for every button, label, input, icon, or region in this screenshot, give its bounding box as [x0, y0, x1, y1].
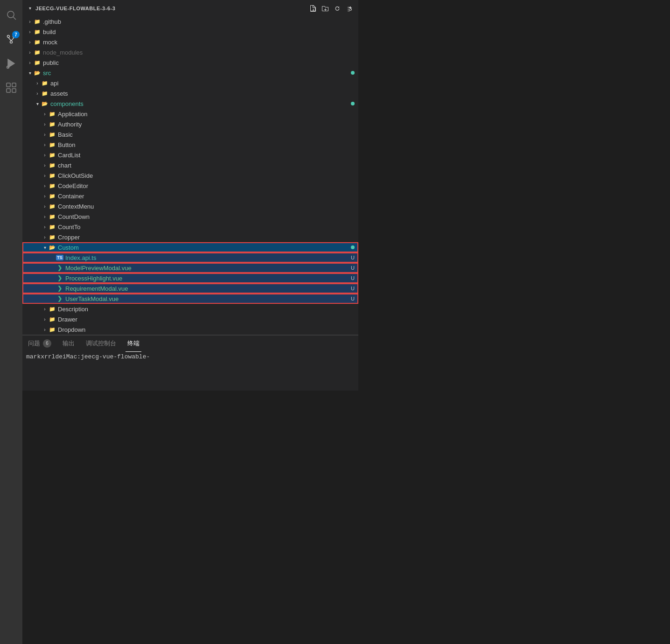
- tree-label-ClickOutSide: ClickOutSide: [58, 172, 355, 179]
- folder-icon-CodeEditor: 📁: [49, 182, 56, 189]
- tree-item-Application[interactable]: › 📁 Application: [22, 109, 358, 119]
- tree-item-Authority[interactable]: › 📁 Authority: [22, 119, 358, 129]
- folder-icon-mock: 📁: [34, 38, 41, 46]
- tree-label-index-api-ts: Index.api.ts: [65, 254, 347, 261]
- tree-label-Container: Container: [58, 193, 355, 200]
- tab-terminal[interactable]: 终端: [126, 336, 141, 352]
- folder-icon-src: 📂: [34, 69, 41, 77]
- tab-output[interactable]: 输出: [61, 336, 77, 352]
- folder-icon-github: 📁: [34, 18, 41, 25]
- tree-label-chart: chart: [58, 162, 355, 169]
- tree-label-Drawer: Drawer: [58, 316, 355, 323]
- tree-item-CountDown[interactable]: › 📁 CountDown: [22, 211, 358, 222]
- tree-item-public[interactable]: › 📁 public: [22, 57, 358, 68]
- collapse-arrow-api: ›: [34, 79, 41, 87]
- collapse-arrow-CountTo: ›: [41, 223, 49, 231]
- custom-dot-badge: [351, 245, 355, 249]
- panel-tabs: 问题 6 输出 调试控制台 终端: [22, 335, 358, 351]
- tree-item-components[interactable]: ▾ 📂 components: [22, 98, 358, 109]
- tree-item-mock[interactable]: › 📁 mock: [22, 37, 358, 47]
- folder-icon-Custom: 📂: [49, 244, 56, 251]
- tree-item-Dropdown[interactable]: › 📁 Dropdown: [22, 324, 358, 335]
- tree-item-ModelPreviewModal[interactable]: ❯ ModelPreviewModal.vue U: [22, 263, 358, 273]
- activity-run[interactable]: [0, 52, 22, 75]
- tree-item-RequirementModal[interactable]: ❯ RequirementModal.vue U: [22, 283, 358, 294]
- folder-icon-Dropdown: 📁: [49, 326, 56, 333]
- collapse-arrow-Cropper: ›: [41, 233, 49, 241]
- tree-item-node-modules[interactable]: › 📁 node_modules: [22, 47, 358, 57]
- collapse-arrow-public: ›: [26, 59, 34, 66]
- tree-item-Description[interactable]: › 📁 Description: [22, 304, 358, 314]
- svg-rect-9: [7, 83, 10, 87]
- tree-item-github[interactable]: › 📁 .github: [22, 16, 358, 27]
- tree-item-ClickOutSide[interactable]: › 📁 ClickOutSide: [22, 170, 358, 181]
- tree-item-CardList[interactable]: › 📁 CardList: [22, 150, 358, 160]
- explorer-actions: [308, 3, 355, 14]
- activity-search[interactable]: [0, 4, 22, 26]
- folder-icon-assets: 📁: [41, 90, 49, 97]
- new-file-button[interactable]: [308, 3, 318, 14]
- tree-item-Cropper[interactable]: › 📁 Cropper: [22, 232, 358, 242]
- collapse-arrow-Dropdown: ›: [41, 326, 49, 333]
- tree-item-CountTo[interactable]: › 📁 CountTo: [22, 222, 358, 232]
- tree-item-chart[interactable]: › 📁 chart: [22, 160, 358, 170]
- tree-label-Description: Description: [58, 306, 355, 313]
- tree-label-components: components: [50, 100, 351, 107]
- badge-RequirementModal: U: [347, 286, 355, 291]
- terminal-content[interactable]: markxrrldeiMac:jeecg-vue-flowable-: [22, 351, 358, 391]
- tab-debug-console-label: 调试控制台: [86, 339, 116, 348]
- tree-label-src: src: [43, 70, 351, 77]
- collapse-arrow-ContextMenu: ›: [41, 203, 49, 210]
- collapse-arrow-Basic: ›: [41, 131, 49, 138]
- tree-label-Application: Application: [58, 111, 355, 118]
- badge-index-api-ts: U: [347, 255, 355, 260]
- tree-item-Custom[interactable]: ▾ 📂 Custom: [22, 242, 358, 252]
- activity-source-control[interactable]: 7: [0, 28, 22, 50]
- tree-item-Button[interactable]: › 📁 Button: [22, 140, 358, 150]
- tree-item-CodeEditor[interactable]: › 📁 CodeEditor: [22, 181, 358, 191]
- terminal-text: markxrrldeiMac:jeecg-vue-flowable-: [26, 353, 150, 360]
- vue-icon-ModelPreviewModal: ❯: [56, 264, 63, 272]
- folder-icon-chart: 📁: [49, 161, 56, 169]
- svg-rect-11: [7, 89, 10, 92]
- tab-output-label: 输出: [63, 339, 75, 348]
- collapse-arrow-node-modules: ›: [26, 49, 34, 56]
- vue-icon-UserTaskModal: ❯: [56, 295, 63, 302]
- collapse-arrow-Authority: ›: [41, 120, 49, 128]
- collapse-button[interactable]: [344, 3, 355, 14]
- folder-icon-Container: 📁: [49, 192, 56, 200]
- src-dot-badge: [351, 71, 355, 75]
- tree-item-build[interactable]: › 📁 build: [22, 27, 358, 37]
- tree-label-Button: Button: [58, 141, 355, 148]
- new-folder-button[interactable]: [320, 3, 330, 14]
- svg-line-5: [8, 38, 11, 41]
- tab-debug-console[interactable]: 调试控制台: [84, 336, 118, 352]
- tree-item-ProcessHighlight[interactable]: ❯ ProcessHighlight.vue U: [22, 273, 358, 283]
- tree-item-index-api-ts[interactable]: TS Index.api.ts U: [22, 252, 358, 263]
- refresh-button[interactable]: [332, 3, 342, 14]
- activity-extensions[interactable]: [0, 77, 22, 99]
- folder-icon-components: 📂: [41, 100, 49, 107]
- tab-problems[interactable]: 问题 6: [26, 336, 53, 352]
- tree-item-api[interactable]: › 📁 api: [22, 78, 358, 88]
- tree-item-Basic[interactable]: › 📁 Basic: [22, 129, 358, 140]
- badge-ModelPreviewModal: U: [347, 265, 355, 271]
- components-dot-badge: [351, 102, 355, 105]
- folder-icon-Button: 📁: [49, 141, 56, 148]
- tree-item-UserTaskModal[interactable]: ❯ UserTaskModal.vue U: [22, 294, 358, 304]
- tree-label-mock: mock: [43, 39, 355, 46]
- tree-item-Container[interactable]: › 📁 Container: [22, 191, 358, 201]
- file-tree[interactable]: › 📁 .github › 📁 build › 📁 mock ›: [22, 16, 358, 335]
- tree-label-RequirementModal: RequirementModal.vue: [65, 285, 347, 292]
- activity-bar: 7: [0, 0, 22, 644]
- folder-icon-ContextMenu: 📁: [49, 203, 56, 210]
- source-control-badge: 7: [12, 31, 20, 38]
- collapse-arrow-ClickOutSide: ›: [41, 172, 49, 179]
- collapse-arrow-CardList: ›: [41, 151, 49, 159]
- tree-item-Drawer[interactable]: › 📁 Drawer: [22, 314, 358, 324]
- tree-item-assets[interactable]: › 📁 assets: [22, 88, 358, 98]
- tree-item-src[interactable]: ▾ 📂 src: [22, 68, 358, 78]
- tree-label-github: .github: [43, 18, 355, 25]
- svg-line-1: [14, 17, 16, 20]
- tree-item-ContextMenu[interactable]: › 📁 ContextMenu: [22, 201, 358, 211]
